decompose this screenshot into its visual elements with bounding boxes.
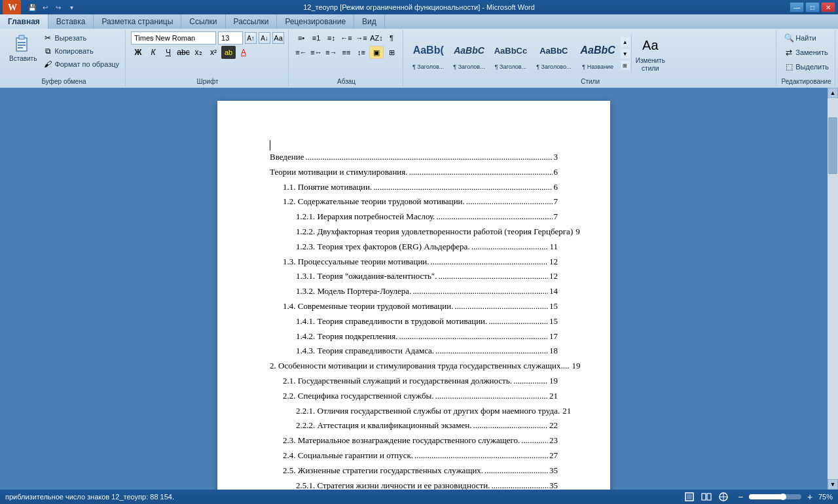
align-center-button[interactable]: ≡↔ xyxy=(309,46,323,59)
numbering-button[interactable]: ≡1 xyxy=(309,31,323,45)
save-quick-button[interactable]: 💾 xyxy=(26,1,38,13)
document-area: Введение................................… xyxy=(0,88,828,490)
toc-entry-5: 1.2.2. Двухфакторная теория удовлетворен… xyxy=(270,225,558,239)
font-grow-button[interactable]: A↑ xyxy=(245,32,257,44)
maximize-button[interactable]: □ xyxy=(805,2,820,12)
view-normal-icon[interactable] xyxy=(683,491,695,503)
toc-title-6: 1.2.3. Теория трех факторов (ERG) Альдер… xyxy=(270,240,470,254)
border-button[interactable]: ⊞ xyxy=(384,46,399,59)
toc-dots-22: ........................................… xyxy=(491,479,548,490)
tab-page-layout[interactable]: Разметка страницы xyxy=(94,14,181,29)
font-name-input[interactable] xyxy=(131,31,216,45)
cut-button[interactable]: ✂ Вырезать xyxy=(41,31,121,45)
zoom-area: − + 75% xyxy=(735,491,833,503)
minimize-button[interactable]: — xyxy=(790,2,804,12)
tab-review[interactable]: Рецензирование xyxy=(277,14,354,29)
zoom-in-button[interactable]: + xyxy=(804,491,816,503)
scroll-up-button[interactable]: ▲ xyxy=(828,88,838,98)
toc-entry-16: 2.2. Специфика государственной службы...… xyxy=(270,389,558,403)
tab-insert[interactable]: Вставка xyxy=(48,14,94,29)
scroll-thumb[interactable] xyxy=(828,117,837,174)
svg-rect-4 xyxy=(18,42,26,43)
document-page[interactable]: Введение................................… xyxy=(217,101,610,490)
toc-dots-0: ........................................… xyxy=(305,151,552,162)
underline-button[interactable]: Ч xyxy=(161,46,175,59)
redo-quick-button[interactable]: ↪ xyxy=(52,1,64,13)
subscript-button[interactable]: x₂ xyxy=(191,46,206,59)
zoom-slider[interactable] xyxy=(749,494,801,499)
italic-button[interactable]: К xyxy=(146,46,160,59)
quick-access-toolbar: 💾 ↩ ↪ ▾ xyxy=(26,1,77,13)
styles-scroll-down[interactable]: ▼ xyxy=(621,49,630,58)
styles-more[interactable]: ⊞ xyxy=(621,61,630,70)
paste-button[interactable]: Вставить xyxy=(7,31,39,64)
sort-button[interactable]: AZ↕ xyxy=(369,31,384,45)
toc-title-2: 1.1. Понятие мотивации. xyxy=(270,181,372,194)
toc-title-18: 2.2.2. Аттестация и квалификационный экз… xyxy=(270,419,471,433)
svg-text:W: W xyxy=(8,3,17,12)
clear-format-button[interactable]: Аа xyxy=(272,32,284,44)
vertical-scrollbar[interactable]: ▲ ▼ xyxy=(828,88,838,490)
office-logo-button[interactable]: W xyxy=(3,0,21,14)
svg-rect-6 xyxy=(18,47,23,48)
toc-dots-13: ........................................… xyxy=(435,344,548,355)
style-heading2-button[interactable]: AaBbC ¶ Заголов... xyxy=(449,36,488,71)
format-painter-button[interactable]: 🖌 Формат по образцу xyxy=(41,58,121,71)
bullets-button[interactable]: ≡• xyxy=(294,31,308,45)
scroll-down-button[interactable]: ▼ xyxy=(828,479,838,490)
increase-indent-button[interactable]: →≡ xyxy=(354,31,369,45)
style-heading3-button[interactable]: AaBbCc ¶ Заголов... xyxy=(490,36,532,71)
multilevel-button[interactable]: ≡↕ xyxy=(324,31,338,45)
toc-dots-8: ........................................… xyxy=(438,270,548,281)
style-title-button[interactable]: AaBbC ¶ Название xyxy=(576,36,619,71)
decrease-indent-button[interactable]: ←≡ xyxy=(339,31,354,45)
toc-page-14: 19 xyxy=(572,359,580,373)
style-heading1-preview: AaBb( xyxy=(413,37,444,63)
undo-quick-button[interactable]: ↩ xyxy=(39,1,51,13)
view-web-icon[interactable] xyxy=(718,491,729,503)
zoom-out-button[interactable]: − xyxy=(735,491,746,503)
toc-title-13: 1.4.3. Теория справедливости Адамса. xyxy=(270,344,434,358)
find-button[interactable]: 🔍 Найти xyxy=(782,31,831,45)
justify-button[interactable]: ≡≡ xyxy=(339,46,354,59)
style-title-preview: AaBbC xyxy=(580,37,615,63)
toc-page-11: 15 xyxy=(549,315,558,329)
text-cursor xyxy=(270,140,270,151)
tab-home[interactable]: Главная xyxy=(0,14,48,29)
replace-button[interactable]: ⇄ Заменить xyxy=(782,46,831,59)
ribbon-container: Главная Вставка Разметка страницы Ссылки… xyxy=(0,14,838,88)
scroll-track[interactable] xyxy=(828,98,838,479)
toc-page-9: 14 xyxy=(549,285,558,298)
superscript-button[interactable]: x² xyxy=(206,46,221,59)
select-button[interactable]: ⬚ Выделить xyxy=(782,60,831,73)
align-left-button[interactable]: ≡← xyxy=(294,46,308,59)
toc-entry-22: 2.5.1. Стратегия жизни личности и ее раз… xyxy=(270,479,558,490)
style-heading2-label: ¶ Заголов... xyxy=(453,63,484,70)
font-size-input[interactable] xyxy=(218,31,243,45)
tab-mailings[interactable]: Рассылки xyxy=(226,14,278,29)
toc-dots-4: ........................................… xyxy=(436,210,552,221)
change-styles-button[interactable]: Аа Изменитьстили xyxy=(631,33,668,74)
tab-references[interactable]: Ссылки xyxy=(181,14,225,29)
shading-button[interactable]: ▣ xyxy=(369,46,384,59)
svg-rect-3 xyxy=(19,35,24,39)
quick-access-dropdown[interactable]: ▾ xyxy=(65,1,77,13)
view-reading-icon[interactable] xyxy=(701,491,712,503)
show-formatting-button[interactable]: ¶ xyxy=(384,31,399,45)
align-right-button[interactable]: ≡→ xyxy=(324,46,338,59)
style-heading4-button[interactable]: AaBbC ¶ Заголово... xyxy=(532,36,575,71)
ribbon-content: Вставить ✂ Вырезать ⧉ Копировать 🖌 xyxy=(0,29,838,88)
line-spacing-button[interactable]: ↕≡ xyxy=(354,46,369,59)
toc-title-4: 1.2.1. Иерархия потребностей Маслоу. xyxy=(270,210,435,224)
copy-button[interactable]: ⧉ Копировать xyxy=(41,45,121,58)
highlight-button[interactable]: ab xyxy=(221,46,236,59)
bold-button[interactable]: Ж xyxy=(131,46,145,59)
styles-scroll-up[interactable]: ▲ xyxy=(621,37,630,46)
tab-view[interactable]: Вид xyxy=(354,14,385,29)
font-color-button[interactable]: А xyxy=(236,46,251,59)
font-shrink-button[interactable]: A↓ xyxy=(259,32,270,44)
style-heading1-button[interactable]: AaBb( ¶ Заголов... xyxy=(409,36,448,71)
font-selector-row: A↑ A↓ Аа xyxy=(131,31,284,45)
close-button[interactable]: ✕ xyxy=(821,2,835,12)
strikethrough-button[interactable]: abc xyxy=(176,46,191,59)
